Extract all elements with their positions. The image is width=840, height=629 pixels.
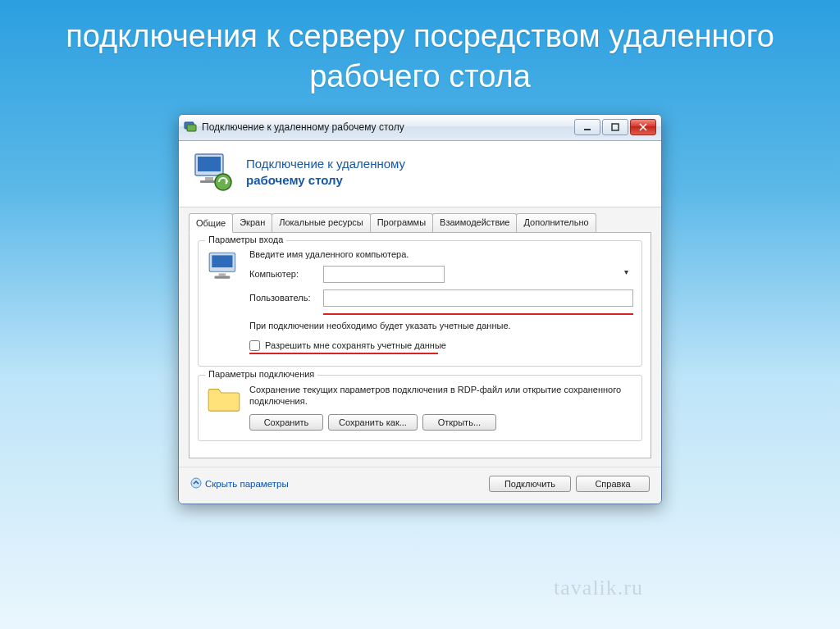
tab-display[interactable]: Экран [232, 213, 272, 232]
watermark: tavalik.ru [554, 576, 643, 600]
rdp-window: Подключение к удаленному рабочему столу … [178, 114, 662, 505]
user-label: Пользователь: [249, 293, 323, 303]
dialog-header: Подключение к удаленному рабочему столу [179, 141, 661, 207]
svg-rect-5 [198, 157, 221, 171]
group-connection-title: Параметры подключения [205, 369, 317, 379]
svg-rect-10 [212, 255, 232, 267]
annotation-underline-user [323, 313, 633, 315]
computer-icon [207, 272, 241, 286]
save-button[interactable]: Сохранить [249, 414, 323, 431]
header-line2: рабочему столу [246, 172, 405, 189]
slide-title: подключения к серверу посредством удален… [0, 0, 840, 106]
tab-experience[interactable]: Взаимодействие [432, 213, 517, 232]
hide-options-label: Скрыть параметры [205, 479, 289, 489]
tab-local-resources[interactable]: Локальные ресурсы [272, 213, 370, 232]
folder-icon [207, 401, 241, 415]
group-login-title: Параметры входа [205, 235, 286, 244]
svg-point-8 [215, 174, 231, 190]
tab-advanced[interactable]: Дополнительно [516, 213, 596, 232]
tab-programs[interactable]: Программы [370, 213, 433, 232]
credentials-hint: При подключении необходимо будет указать… [249, 320, 633, 332]
computer-label: Компьютер: [249, 269, 323, 279]
rdp-app-icon [184, 121, 197, 134]
header-line1: Подключение к удаленному [246, 156, 405, 172]
open-button[interactable]: Открыть... [422, 414, 496, 431]
svg-rect-3 [612, 124, 619, 130]
titlebar[interactable]: Подключение к удаленному рабочему столу [179, 115, 661, 141]
connect-button[interactable]: Подключить [489, 476, 571, 492]
group-login: Параметры входа Введит [198, 240, 642, 367]
group-connection: Параметры подключения Сохранение текущих… [198, 375, 642, 442]
dialog-footer: Скрыть параметры Подключить Справка [179, 467, 661, 504]
tab-general[interactable]: Общие [189, 213, 233, 233]
svg-rect-1 [187, 125, 196, 131]
window-title: Подключение к удаленному рабочему столу [202, 121, 574, 133]
close-button[interactable] [630, 119, 656, 135]
svg-rect-2 [584, 129, 591, 130]
svg-rect-12 [214, 276, 230, 278]
connection-desc: Сохранение текущих параметров подключени… [249, 384, 633, 408]
login-instruction: Введите имя удаленного компьютера. [249, 249, 633, 259]
svg-rect-11 [219, 273, 226, 276]
hide-options-link[interactable]: Скрыть параметры [190, 477, 289, 490]
save-as-button[interactable]: Сохранить как... [328, 414, 418, 431]
svg-rect-6 [205, 177, 213, 180]
computer-input[interactable] [323, 266, 445, 283]
annotation-underline-checkbox [249, 353, 438, 354]
maximize-button[interactable] [602, 119, 628, 135]
svg-point-13 [191, 478, 201, 488]
minimize-button[interactable] [574, 119, 600, 135]
save-credentials-checkbox[interactable] [249, 340, 260, 351]
dialog-header-text: Подключение к удаленному рабочему столу [246, 156, 405, 189]
user-input[interactable] [323, 289, 633, 307]
chevron-up-icon [190, 477, 202, 490]
help-button[interactable]: Справка [576, 476, 650, 492]
save-credentials-label: Разрешить мне сохранять учетные данные [265, 340, 446, 350]
tab-strip: Общие Экран Локальные ресурсы Программы … [189, 213, 651, 233]
tab-panel-general: Параметры входа Введит [189, 232, 651, 459]
save-credentials-row[interactable]: Разрешить мне сохранять учетные данные [249, 340, 633, 351]
remote-desktop-icon [192, 151, 235, 194]
